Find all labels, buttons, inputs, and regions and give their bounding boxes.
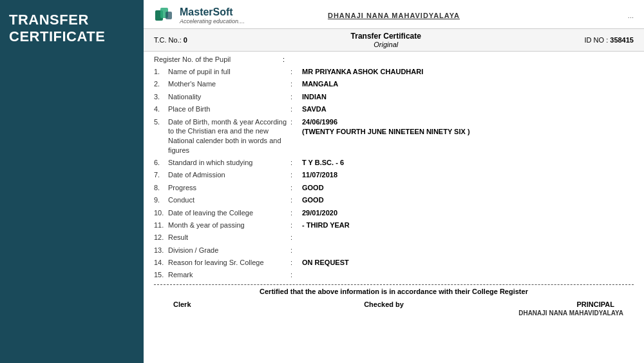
field-colon: : (290, 195, 302, 205)
field-label: Reason for leaving Sr. College (168, 258, 290, 268)
field-value: MANGALA (302, 79, 338, 89)
field-colon: : (290, 208, 302, 218)
left-panel: TRANSFER CERTIFICATE (0, 0, 142, 363)
fields-container: 1.Name of pupil in full:MR PRIYANKA ASHO… (154, 67, 634, 280)
table-row: 4.Place of Birth:SAVDA (154, 104, 634, 114)
field-label: Date of leaving the College (168, 208, 290, 218)
field-colon: : (290, 104, 302, 114)
logo-name: MasterSoft (180, 6, 245, 18)
tc-type-main: Transfer Certificate (351, 32, 421, 41)
field-num: 8. (154, 183, 168, 193)
principal-signature: PRINCIPAL (577, 300, 614, 308)
field-value: 29/01/2020 (302, 208, 337, 218)
cert-body: Register No. of the Pupil : 1.Name of pu… (144, 52, 644, 322)
table-row: 10.Date of leaving the College:29/01/202… (154, 208, 634, 218)
field-value: 24/06/1996 (TWENTY FOURTH JUNE NINETEEN … (302, 117, 470, 137)
field-num: 10. (154, 208, 168, 218)
table-row: 2.Mother's Name:MANGALA (154, 79, 634, 89)
field-num: 15. (154, 270, 168, 280)
field-value: INDIAN (302, 92, 327, 102)
field-label: Date of Birth, month & year According to… (168, 117, 290, 155)
field-label: Mother's Name (168, 79, 290, 89)
field-label: Nationality (168, 92, 290, 102)
table-row: 15.Remark: (154, 270, 634, 280)
table-row: 11.Month & year of passing:- THIRD YEAR (154, 221, 634, 230)
mastersoft-logo-icon (154, 5, 175, 26)
college-footer: DHANAJI NANA MAHAVIDYALAYA (154, 308, 634, 319)
svg-rect-2 (166, 12, 172, 19)
table-row: 13.Division / Grade: (154, 246, 634, 255)
certificate-header: MasterSoft Accelerating education.... DH… (144, 0, 644, 29)
field-label: Standard in which studying (168, 158, 290, 168)
field-num: 3. (154, 92, 168, 102)
field-colon: : (290, 258, 302, 268)
field-num: 6. (154, 158, 168, 168)
field-num: 1. (154, 67, 168, 77)
field-colon: : (290, 246, 302, 255)
field-num: 5. (154, 117, 168, 127)
field-colon: : (290, 158, 302, 168)
logo-tagline: Accelerating education.... (180, 18, 245, 25)
table-row: 6.Standard in which studying:T Y B.SC. -… (154, 158, 634, 168)
field-num: 9. (154, 195, 168, 205)
field-colon: : (290, 117, 302, 127)
page-title: TRANSFER CERTIFICATE (9, 12, 133, 46)
field-value: MR PRIYANKA ASHOK CHAUDHARI (302, 67, 423, 77)
field-value: GOOD (302, 183, 324, 193)
field-label: Conduct (168, 195, 290, 205)
checked-by-signature: Checked by (364, 300, 404, 308)
table-row: 1.Name of pupil in full:MR PRIYANKA ASHO… (154, 67, 634, 77)
field-num: 4. (154, 104, 168, 114)
field-value: ON REQUEST (302, 258, 349, 268)
field-value: T Y B.SC. - 6 (302, 158, 344, 168)
tc-original-label: Original (351, 41, 421, 48)
field-colon: : (290, 67, 302, 77)
field-num: 7. (154, 170, 168, 180)
clerk-signature: Clerk (173, 300, 191, 308)
table-row: 8.Progress:GOOD (154, 183, 634, 193)
tc-type-block: Transfer Certificate Original (351, 32, 421, 48)
field-value: SAVDA (302, 104, 327, 114)
table-row: 5.Date of Birth, month & year According … (154, 117, 634, 155)
logo-text-block: MasterSoft Accelerating education.... (180, 6, 245, 25)
signatures-row: Clerk Checked by PRINCIPAL (154, 300, 634, 308)
field-colon: : (290, 233, 302, 242)
register-label: Register No. of the Pupil (154, 55, 283, 63)
tc-number: T.C. No.: 0 (154, 36, 187, 44)
field-label: Progress (168, 183, 290, 193)
divider-line (154, 284, 634, 285)
tc-id-number: ID NO : 358415 (585, 36, 634, 44)
college-name-bar: DHANAJI NANA MAHAVIDYALAYA (274, 12, 514, 19)
table-row: 14.Reason for leaving Sr. College:ON REQ… (154, 258, 634, 268)
field-colon: : (290, 79, 302, 89)
field-colon: : (290, 183, 302, 193)
field-colon: : (290, 170, 302, 180)
table-row: 3.Nationality:INDIAN (154, 92, 634, 102)
table-row: 12.Result: (154, 233, 634, 242)
field-label: Name of pupil in full (168, 67, 290, 77)
certificate-panel: MasterSoft Accelerating education.... DH… (142, 0, 644, 363)
field-colon: : (290, 270, 302, 280)
field-label: Remark (168, 270, 290, 280)
register-colon: : (283, 55, 294, 63)
field-colon: : (290, 92, 302, 102)
register-row: Register No. of the Pupil : (154, 55, 634, 63)
field-label: Month & year of passing (168, 221, 290, 230)
table-row: 7.Date of Admission:11/07/2018 (154, 170, 634, 180)
field-num: 14. (154, 258, 168, 268)
field-num: 2. (154, 79, 168, 89)
field-num: 11. (154, 221, 168, 230)
field-num: 12. (154, 233, 168, 242)
logo-area: MasterSoft Accelerating education.... (154, 5, 274, 26)
field-label: Date of Admission (168, 170, 290, 180)
field-colon: : (290, 221, 302, 230)
table-row: 9.Conduct:GOOD (154, 195, 634, 205)
certified-text: Certified that the above information is … (154, 288, 634, 295)
field-value: - THIRD YEAR (302, 221, 350, 230)
field-num: 13. (154, 246, 168, 255)
field-label: Division / Grade (168, 246, 290, 255)
field-label: Result (168, 233, 290, 242)
field-label: Place of Birth (168, 104, 290, 114)
field-value: 11/07/2018 (302, 170, 337, 180)
field-value: GOOD (302, 195, 324, 205)
